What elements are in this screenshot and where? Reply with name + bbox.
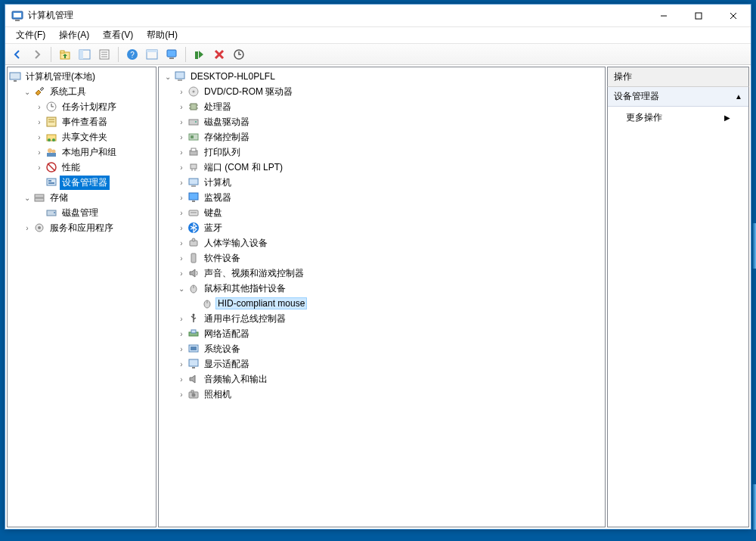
expand-icon[interactable]: › xyxy=(175,373,187,385)
device-print[interactable]: ›打印队列 xyxy=(159,145,605,160)
properties-button[interactable] xyxy=(95,45,113,64)
device-sound[interactable]: ›声音、视频和游戏控制器 xyxy=(159,266,605,281)
expand-icon[interactable]: › xyxy=(33,146,45,158)
menu-action[interactable]: 操作(A) xyxy=(53,27,95,43)
expand-icon[interactable]: › xyxy=(175,358,187,370)
menu-file[interactable]: 文件(F) xyxy=(10,27,51,43)
device-bluetooth[interactable]: ›蓝牙 xyxy=(159,220,605,235)
show-hide-tree-button[interactable] xyxy=(76,45,94,64)
close-button[interactable] xyxy=(716,5,751,26)
device-label: 磁盘驱动器 xyxy=(202,115,252,129)
device-keyboards[interactable]: ›键盘 xyxy=(159,205,605,220)
svg-rect-10 xyxy=(79,50,83,59)
expand-icon[interactable]: › xyxy=(175,252,187,264)
svg-point-32 xyxy=(48,138,51,141)
expand-icon[interactable]: › xyxy=(175,237,187,249)
expand-icon[interactable]: › xyxy=(175,131,187,143)
collapse-icon[interactable]: ⌄ xyxy=(175,282,187,294)
expand-icon[interactable]: › xyxy=(175,101,187,113)
device-root[interactable]: ⌄ DESKTOP-HL0PLFL xyxy=(159,69,605,84)
maximize-button[interactable] xyxy=(681,5,716,26)
expand-icon[interactable]: › xyxy=(175,207,187,219)
action-more[interactable]: 更多操作 ▶ xyxy=(608,107,748,129)
tree-disk-mgmt[interactable]: 磁盘管理 xyxy=(8,205,156,220)
expand-icon[interactable]: › xyxy=(33,131,45,143)
expand-icon[interactable]: › xyxy=(33,101,45,113)
computer-icon-button[interactable] xyxy=(163,45,181,64)
enable-button[interactable] xyxy=(191,45,209,64)
tree-shared-folders[interactable]: › 共享文件夹 xyxy=(8,129,156,145)
svg-rect-26 xyxy=(14,80,17,82)
device-computer[interactable]: ›计算机 xyxy=(159,175,605,190)
back-button[interactable] xyxy=(8,45,26,64)
tree-storage[interactable]: ⌄ 存储 xyxy=(8,190,156,205)
tree-system-tools[interactable]: ⌄ 系统工具 xyxy=(8,84,156,99)
section-label: 设备管理器 xyxy=(614,90,659,103)
svg-rect-48 xyxy=(175,72,184,79)
actions-section-title[interactable]: 设备管理器 ▲ xyxy=(608,87,748,107)
expand-icon[interactable]: › xyxy=(175,343,187,355)
device-manager-icon xyxy=(45,176,57,188)
tree-device-manager[interactable]: 设备管理器 xyxy=(8,175,156,190)
device-ports[interactable]: ›端口 (COM 和 LPT) xyxy=(159,160,605,175)
expand-icon[interactable]: › xyxy=(175,161,187,173)
expand-icon[interactable]: › xyxy=(175,312,187,325)
up-button[interactable] xyxy=(56,45,74,64)
expand-icon[interactable]: › xyxy=(175,222,187,234)
device-display[interactable]: ›显示适配器 xyxy=(159,356,605,372)
device-hid-mouse[interactable]: HID-compliant mouse xyxy=(159,296,605,311)
device-hid[interactable]: ›人体学输入设备 xyxy=(159,235,605,250)
expand-icon[interactable]: › xyxy=(175,328,187,340)
svg-rect-69 xyxy=(192,201,195,202)
minimize-button[interactable] xyxy=(646,5,681,26)
expand-icon[interactable]: › xyxy=(175,267,187,279)
mouse-icon xyxy=(187,282,200,294)
keyboard-icon xyxy=(187,207,200,219)
expand-icon[interactable]: › xyxy=(33,116,45,128)
svg-rect-36 xyxy=(47,153,56,157)
menu-view[interactable]: 查看(V) xyxy=(97,27,139,43)
device-storage-ctrl[interactable]: ›存储控制器 xyxy=(159,129,605,145)
expand-icon[interactable]: › xyxy=(33,161,45,173)
tree-task-scheduler[interactable]: › 任务计划程序 xyxy=(8,99,156,114)
tree-root[interactable]: 计算机管理(本地) xyxy=(8,69,156,84)
forward-button[interactable] xyxy=(28,45,46,64)
expand-icon[interactable]: › xyxy=(175,146,187,158)
svg-point-33 xyxy=(52,138,55,141)
collapse-icon[interactable]: ⌄ xyxy=(21,191,33,204)
tree-performance[interactable]: › 性能 xyxy=(8,160,156,175)
update-driver-button[interactable] xyxy=(230,45,248,64)
device-mice[interactable]: ⌄鼠标和其他指针设备 xyxy=(159,281,605,296)
expand-icon[interactable]: › xyxy=(175,86,187,98)
device-audio-io[interactable]: ›音频输入和输出 xyxy=(159,372,605,387)
device-tree-pane[interactable]: ⌄ DESKTOP-HL0PLFL ›DVD/CD-ROM 驱动器 ›处理器 ›… xyxy=(158,67,606,527)
help-button[interactable]: ? xyxy=(123,45,141,64)
device-cpu[interactable]: ›处理器 xyxy=(159,99,605,114)
collapse-icon[interactable]: ⌄ xyxy=(162,70,174,82)
device-system[interactable]: ›系统设备 xyxy=(159,341,605,356)
toggle-blank xyxy=(33,176,45,188)
storage-ctrl-icon xyxy=(187,131,200,143)
device-usb[interactable]: ›通用串行总线控制器 xyxy=(159,311,605,326)
disable-button[interactable] xyxy=(210,45,228,64)
expand-icon[interactable]: › xyxy=(175,388,187,400)
expand-icon[interactable]: › xyxy=(175,191,187,204)
device-monitors[interactable]: ›监视器 xyxy=(159,190,605,205)
tree-event-viewer[interactable]: › 事件查看器 xyxy=(8,114,156,129)
action-button[interactable] xyxy=(143,45,161,64)
expand-icon[interactable]: › xyxy=(175,116,187,128)
expand-icon[interactable]: › xyxy=(175,176,187,188)
device-network[interactable]: ›网络适配器 xyxy=(159,326,605,341)
tree-local-users[interactable]: › 本地用户和组 xyxy=(8,145,156,160)
device-software[interactable]: ›软件设备 xyxy=(159,250,605,266)
device-dvd[interactable]: ›DVD/CD-ROM 驱动器 xyxy=(159,84,605,99)
menu-help[interactable]: 帮助(H) xyxy=(141,27,184,43)
actions-pane: 操作 设备管理器 ▲ 更多操作 ▶ xyxy=(607,67,749,527)
dvd-icon xyxy=(187,86,200,98)
device-camera[interactable]: ›照相机 xyxy=(159,387,605,402)
console-tree-pane[interactable]: 计算机管理(本地) ⌄ 系统工具 › 任务计划程序 › 事件查看器 › 共享文件… xyxy=(7,67,156,527)
device-disk-drives[interactable]: ›磁盘驱动器 xyxy=(159,114,605,129)
tree-services-apps[interactable]: › 服务和应用程序 xyxy=(8,220,156,235)
collapse-icon[interactable]: ⌄ xyxy=(21,86,33,98)
expand-icon[interactable]: › xyxy=(21,222,33,234)
